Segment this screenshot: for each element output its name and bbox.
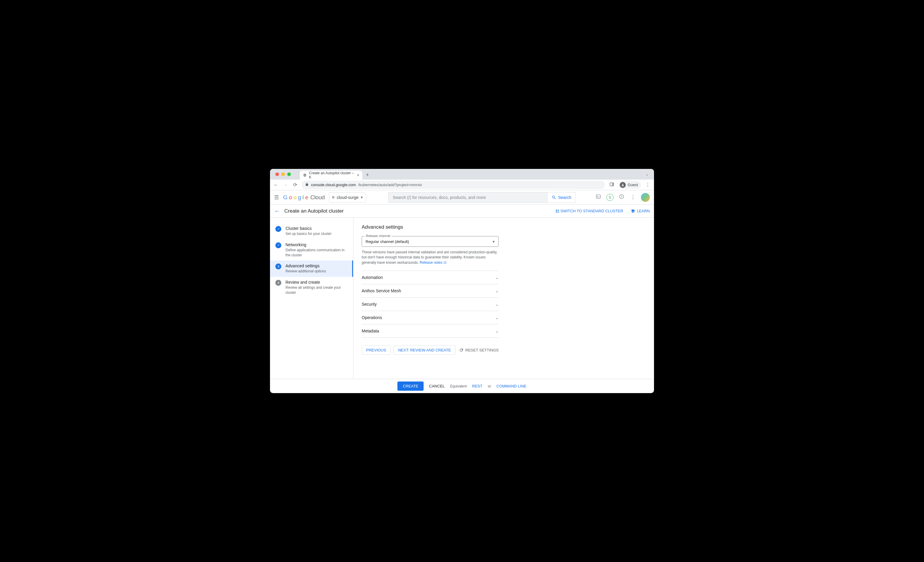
accordion-security[interactable]: Security ⌄ (362, 297, 499, 311)
command-line-link[interactable]: COMMAND LINE (496, 384, 526, 389)
chevron-down-icon: ⌄ (495, 289, 499, 293)
new-tab-button[interactable]: + (362, 172, 373, 178)
window-controls (272, 172, 294, 176)
step-title: Advanced settings (285, 263, 326, 268)
chevron-down-icon: ⌄ (495, 329, 499, 333)
lock-icon (305, 182, 309, 187)
release-channel-value: Regular channel (default) (366, 239, 409, 244)
minimize-window-icon[interactable] (281, 172, 285, 176)
wizard-sidebar: Cluster basics Set up basics for your cl… (270, 218, 353, 379)
svg-rect-2 (596, 195, 600, 198)
release-channel-field: Release channel Regular channel (default… (362, 236, 499, 247)
browser-menu-icon[interactable]: ⋮ (645, 182, 651, 188)
accordion-label: Operations (362, 315, 382, 320)
reset-settings-button[interactable]: RESET SETTINGS (459, 348, 499, 352)
wizard-nav-row: PREVIOUS NEXT: REVIEW AND CREATE RESET S… (362, 345, 499, 355)
browser-window: Create an Autopilot cluster – K × + ⌄ ← … (270, 169, 654, 393)
footer-bar: CREATE CANCEL Equivalent REST or COMMAND… (270, 379, 654, 393)
accordion: Automation ⌄ Anthos Service Mesh ⌄ Secur… (362, 271, 499, 338)
step-subtitle: Define applications communication in the… (285, 248, 348, 258)
step-title: Cluster basics (285, 226, 332, 231)
external-link-icon (444, 261, 447, 264)
browser-tab[interactable]: Create an Autopilot cluster – K × (300, 171, 362, 179)
chevron-down-icon: ⌄ (495, 275, 499, 280)
reset-label: RESET SETTINGS (465, 348, 499, 352)
url-host: console.cloud.google.com (311, 182, 356, 187)
release-channel-label: Release channel (364, 234, 392, 238)
step-badge-done-icon (275, 226, 281, 232)
step-badge-pending: 4 (275, 280, 281, 286)
project-selector[interactable]: cloud-surge ▾ (329, 192, 366, 202)
accordion-operations[interactable]: Operations ⌄ (362, 311, 499, 324)
help-icon[interactable]: ? (618, 194, 625, 201)
step-review-create[interactable]: 4 Review and create Review all settings … (270, 277, 353, 298)
step-subtitle: Review additional options (285, 269, 326, 274)
page-actions: SWITCH TO STANDARD CLUSTER LEARN (556, 209, 650, 214)
search-icon (552, 195, 556, 200)
close-window-icon[interactable] (275, 172, 279, 176)
gcp-logo[interactable]: Google Cloud (283, 194, 325, 201)
body: Cluster basics Set up basics for your cl… (270, 218, 654, 379)
nav-menu-icon[interactable]: ☰ (274, 194, 279, 201)
step-title: Networking (285, 242, 348, 247)
tab-favicon (303, 173, 307, 177)
or-label: or (488, 384, 491, 389)
next-button[interactable]: NEXT: REVIEW AND CREATE (393, 345, 455, 355)
account-avatar[interactable] (641, 193, 650, 202)
accordion-anthos-service-mesh[interactable]: Anthos Service Mesh ⌄ (362, 284, 499, 297)
logo-cloud-text: Cloud (310, 194, 325, 201)
header-right: 5 ? ⋮ (595, 193, 650, 202)
chevron-down-icon: ⌄ (495, 315, 499, 320)
overflow-menu-icon[interactable]: ⋮ (630, 194, 636, 200)
step-subtitle: Review all settings and create your clus… (285, 285, 348, 295)
profile-chip[interactable]: Guest (619, 181, 641, 189)
equivalent-label: Equivalent (450, 384, 467, 389)
reset-icon (459, 348, 464, 352)
cancel-button[interactable]: CANCEL (429, 384, 445, 389)
guest-label: Guest (627, 182, 638, 187)
accordion-label: Metadata (362, 329, 379, 333)
maximize-window-icon[interactable] (287, 172, 291, 176)
content-heading: Advanced settings (362, 224, 646, 230)
tab-close-icon[interactable]: × (357, 173, 359, 178)
url-path: /kubernetes/auto/add?project=nmrxiv (358, 182, 422, 187)
previous-button[interactable]: PREVIOUS (362, 345, 390, 355)
tabs-dropdown-icon[interactable]: ⌄ (643, 172, 652, 176)
accordion-automation[interactable]: Automation ⌄ (362, 271, 499, 284)
switch-to-standard-button[interactable]: SWITCH TO STANDARD CLUSTER (556, 209, 623, 213)
address-bar: ← → ⟳ console.cloud.google.com/kubernete… (270, 179, 654, 190)
tab-title: Create an Autopilot cluster – K (309, 171, 355, 179)
search-input[interactable]: Search (/) for resources, docs, products… (388, 192, 547, 203)
search-button-label: Search (558, 195, 571, 200)
gcp-header: ☰ Google Cloud cloud-surge ▾ Search (/) … (270, 190, 654, 205)
accordion-metadata[interactable]: Metadata ⌄ (362, 324, 499, 338)
chevron-down-icon: ▾ (493, 239, 495, 244)
svg-rect-1 (612, 182, 614, 186)
page-title: Create an Autopilot cluster (284, 208, 344, 214)
accordion-label: Automation (362, 275, 383, 280)
omnibox[interactable]: console.cloud.google.com/kubernetes/auto… (302, 181, 605, 189)
cluster-icon (556, 210, 559, 212)
nav-reload-icon[interactable]: ⟳ (292, 182, 298, 188)
step-advanced-settings[interactable]: 3 Advanced settings Review additional op… (270, 260, 353, 277)
release-notes-link[interactable]: Release notes (420, 260, 447, 265)
learn-label: LEARN (637, 209, 650, 213)
create-button[interactable]: CREATE (398, 381, 424, 391)
cloud-shell-icon[interactable] (595, 194, 602, 201)
nav-back-icon[interactable]: ← (273, 182, 279, 188)
search-button[interactable]: Search (547, 192, 576, 203)
step-title: Review and create (285, 280, 348, 285)
trial-count: 5 (609, 195, 611, 200)
step-networking[interactable]: Networking Define applications communica… (270, 239, 353, 261)
chevron-down-icon: ▾ (361, 195, 363, 200)
back-arrow-icon[interactable]: ← (274, 208, 280, 214)
step-cluster-basics[interactable]: Cluster basics Set up basics for your cl… (270, 223, 353, 239)
project-name: cloud-surge (337, 195, 358, 200)
switch-label: SWITCH TO STANDARD CLUSTER (561, 209, 623, 213)
learn-button[interactable]: LEARN (630, 209, 650, 214)
free-trial-badge[interactable]: 5 (606, 194, 614, 201)
release-channel-select[interactable]: Regular channel (default) ▾ (362, 236, 499, 247)
search-placeholder: Search (/) for resources, docs, products… (393, 195, 486, 200)
panel-icon[interactable] (609, 182, 615, 188)
rest-link[interactable]: REST (472, 384, 483, 389)
